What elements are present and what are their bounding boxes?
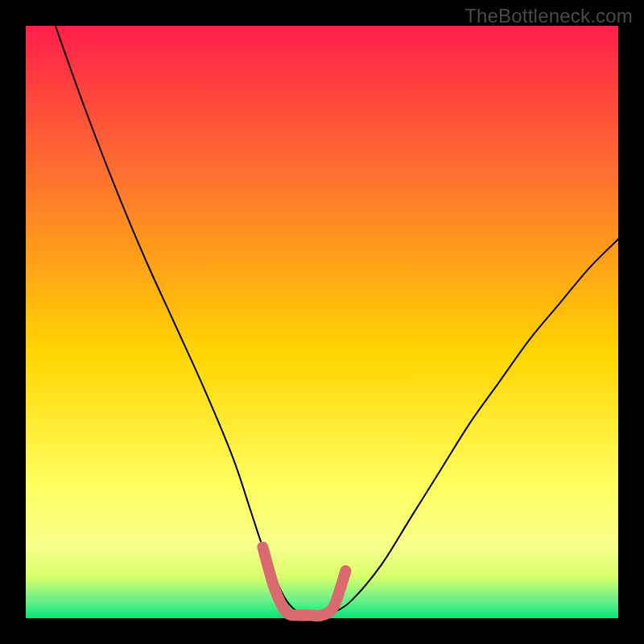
plot-background <box>26 26 618 618</box>
chart-svg <box>0 0 644 644</box>
chart-frame: TheBottleneck.com <box>0 0 644 644</box>
watermark-text: TheBottleneck.com <box>464 5 633 27</box>
